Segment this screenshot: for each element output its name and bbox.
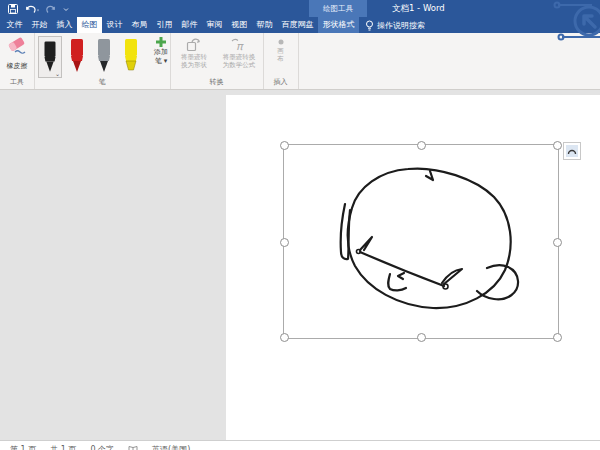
status-word-count[interactable]: 0 个字 xyxy=(90,444,114,450)
selection-handle-top-right[interactable] xyxy=(553,141,562,150)
tab-draw[interactable]: 绘图 xyxy=(77,17,102,33)
eraser-button[interactable]: 橡皮擦 xyxy=(2,36,32,71)
tab-view[interactable]: 视图 xyxy=(227,17,252,33)
group-label-insert: 插入 xyxy=(263,77,298,87)
tab-baidu-netdisk[interactable]: 百度网盘 xyxy=(277,17,318,33)
ribbon-group-insert: 画 布 插入 xyxy=(263,33,299,89)
tab-help[interactable]: 帮助 xyxy=(252,17,277,33)
customize-qat-icon[interactable] xyxy=(63,5,69,13)
ink-to-math-button[interactable]: π 将墨迹转换 为数学公式 xyxy=(217,36,261,69)
status-page-number[interactable]: 第 1 页 xyxy=(10,444,36,450)
word-window: { "app": { "document_title": "文档1 - Word… xyxy=(0,0,600,450)
tab-file[interactable]: 文件 xyxy=(2,17,27,33)
status-language[interactable]: 英语(美国) xyxy=(152,444,190,450)
pens-gallery: ⌄ xyxy=(38,36,143,78)
eraser-icon xyxy=(5,36,29,56)
title-bar: 绘图工具 文档1 - Word xyxy=(0,0,600,17)
ribbon-group-convert: 将墨迹转 换为形状 π 将墨迹转换 为数学公式 转换 xyxy=(170,33,264,89)
group-label-pens: 笔 xyxy=(34,77,170,87)
eraser-label: 橡皮擦 xyxy=(2,61,32,71)
quick-access-toolbar xyxy=(8,0,69,17)
tab-mailings[interactable]: 邮件 xyxy=(177,17,202,33)
ribbon-tabs: 文件开始插入绘图设计布局引用邮件审阅视图帮助百度网盘形状格式 xyxy=(2,17,359,33)
tell-me-search[interactable]: 操作说明搜索 xyxy=(359,17,431,33)
ink-selection-box[interactable] xyxy=(283,144,559,339)
tab-shape-format[interactable]: 形状格式 xyxy=(318,17,359,33)
redo-icon[interactable] xyxy=(46,4,56,14)
pen-black[interactable]: ⌄ xyxy=(38,36,62,78)
selection-handle-bottom-middle[interactable] xyxy=(417,333,426,342)
status-bar: 第 1 页 共 1 页 0 个字 英语(美国) xyxy=(0,440,600,450)
selection-handle-top-left[interactable] xyxy=(280,141,289,150)
tab-design[interactable]: 设计 xyxy=(102,17,127,33)
tab-insert[interactable]: 插入 xyxy=(52,17,77,33)
pen-red[interactable] xyxy=(65,36,89,78)
tab-home[interactable]: 开始 xyxy=(27,17,52,33)
selection-handle-top-middle[interactable] xyxy=(417,141,426,150)
document-area xyxy=(0,90,600,450)
save-icon[interactable] xyxy=(8,4,18,14)
document-title: 文档1 - Word xyxy=(392,0,445,17)
layout-options-icon xyxy=(566,145,578,157)
selection-handle-bottom-right[interactable] xyxy=(553,333,562,342)
drawing-tools-contextual-header: 绘图工具 xyxy=(309,0,367,17)
ribbon-group-pens: ⌄ 添加 笔 ▾ 笔 xyxy=(34,33,171,89)
drawing-canvas-button[interactable]: 画 布 xyxy=(263,37,298,63)
tab-review[interactable]: 审阅 xyxy=(202,17,227,33)
group-label-convert: 转换 xyxy=(170,77,263,87)
ribbon-group-tools: 橡皮擦 工具 xyxy=(0,33,35,89)
highlighter-yellow[interactable] xyxy=(119,36,143,78)
selection-handle-bottom-left[interactable] xyxy=(280,333,289,342)
ink-to-shape-icon xyxy=(186,36,203,53)
group-label-tools: 工具 xyxy=(0,77,34,87)
proofing-status-icon[interactable] xyxy=(128,445,138,450)
ink-to-shape-button[interactable]: 将墨迹转 换为形状 xyxy=(172,36,216,69)
lightbulb-icon xyxy=(365,20,374,31)
plus-icon xyxy=(155,36,167,48)
pen-gray[interactable] xyxy=(92,36,116,78)
status-page-count[interactable]: 共 1 页 xyxy=(50,444,76,450)
ink-to-math-icon: π xyxy=(230,36,248,53)
layout-options-button[interactable] xyxy=(563,142,581,160)
canvas-icon xyxy=(277,37,285,47)
tab-references[interactable]: 引用 xyxy=(152,17,177,33)
svg-text:π: π xyxy=(236,40,244,52)
selection-handle-middle-left[interactable] xyxy=(280,238,289,247)
tab-layout[interactable]: 布局 xyxy=(127,17,152,33)
undo-icon[interactable] xyxy=(25,4,39,14)
selection-handle-middle-right[interactable] xyxy=(553,238,562,247)
ribbon-tab-row: 文件开始插入绘图设计布局引用邮件审阅视图帮助百度网盘形状格式 操作说明搜索 xyxy=(0,17,600,33)
ribbon: 橡皮擦 工具 ⌄ 添加 笔 ▾ 笔 将墨迹转 换为形状 π xyxy=(0,33,600,90)
